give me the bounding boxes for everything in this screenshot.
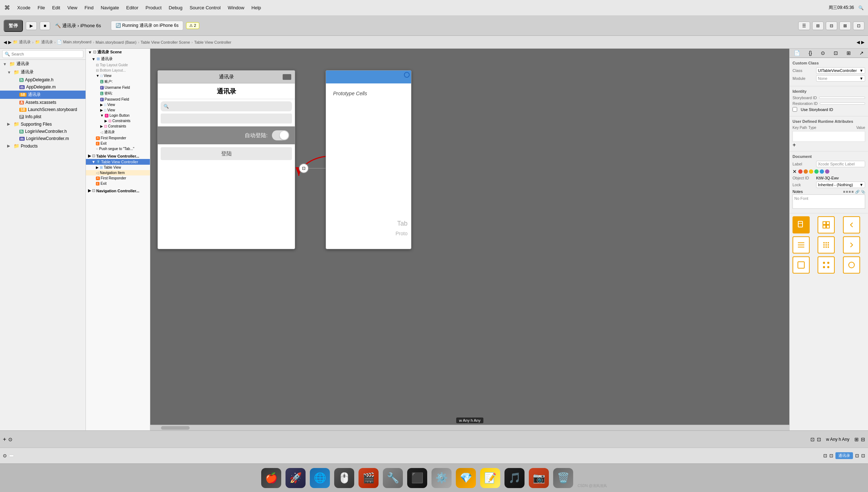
dock-photobooth[interactable]: 📷 <box>529 468 549 488</box>
icon-cell-circles[interactable] <box>818 256 835 274</box>
breadcrumb-group[interactable]: 📁 通讯录 <box>35 39 53 45</box>
scene-exit[interactable]: E Exit <box>86 141 150 146</box>
breadcrumb-nav-prev[interactable]: ◀ <box>857 40 860 45</box>
notes-link-btn[interactable]: 🔗 <box>855 190 859 194</box>
panel-toggle-left[interactable]: ⊡ <box>810 436 815 442</box>
nav-file-assets[interactable]: A Assets.xcassets <box>0 99 86 106</box>
menu-help[interactable]: Help <box>252 5 261 10</box>
dock-safari[interactable]: 🌐 <box>310 468 330 488</box>
notes-align-center[interactable]: ≡ <box>846 190 848 194</box>
scene-view[interactable]: ▼ □ View <box>86 73 150 78</box>
status-layout-btn[interactable]: ⊡ <box>855 453 859 458</box>
icon-cell-grid[interactable] <box>818 216 835 233</box>
dock-mouse[interactable]: 🖱️ <box>334 468 354 488</box>
menu-editor[interactable]: Editor <box>126 5 138 10</box>
zoom-in[interactable]: ⊞ <box>854 436 859 442</box>
scene-vc-ref[interactable]: ◁ 通讯录 <box>86 129 150 135</box>
add-file-button[interactable]: + <box>3 436 6 443</box>
menu-xcode[interactable]: Xcode <box>17 5 30 10</box>
storyboard-canvas[interactable]: 通讯录 通讯录 🔍 自动登陆: <box>150 49 789 430</box>
breadcrumb-scene[interactable]: Table View Controller Scene <box>141 40 190 44</box>
nav-file-loginvc-h[interactable]: h LoginViewController.h <box>0 128 86 135</box>
scene-view2[interactable]: ▶ □ View <box>86 102 150 107</box>
icon-cell-file[interactable] <box>793 216 810 233</box>
color-dot-purple[interactable] <box>825 169 829 174</box>
inspector-toggle[interactable]: ⊞ <box>812 21 824 30</box>
status-search-btn[interactable]: ⊙ <box>3 453 7 458</box>
lock-dropdown[interactable]: Inherited - (Nothing) ▼ <box>816 182 865 188</box>
icon-cell-dots-grid[interactable] <box>818 236 835 254</box>
scene-first-responder[interactable]: R First Responder <box>86 135 150 141</box>
nav-file-launch-screen[interactable]: SB LaunchScreen.storyboard <box>0 106 86 113</box>
menu-file[interactable]: File <box>38 5 45 10</box>
color-remove-btn[interactable]: ✕ <box>793 169 797 174</box>
scene-constraints2[interactable]: ▶ ⊡ Constraints <box>86 124 150 129</box>
doc-label-field[interactable]: Xcode Specific Label <box>816 161 865 167</box>
dock-settings[interactable]: ⚙️ <box>431 468 452 488</box>
scene-tvc-first-responder[interactable]: R First Responder <box>86 175 150 181</box>
nav-file-loginvc-m[interactable]: m LoginViewController.m <box>0 135 86 142</box>
navigator-toggle[interactable]: ☰ <box>798 21 810 30</box>
search-icon[interactable]: 🔍 <box>858 5 864 10</box>
breadcrumb-vc[interactable]: Table View Controller <box>194 40 231 44</box>
auto-login-toggle[interactable] <box>272 130 289 140</box>
scene-table-view[interactable]: ▶ ⊞ Table View <box>86 165 150 170</box>
color-dot-blue[interactable] <box>820 169 824 174</box>
debug-toggle[interactable]: ⊟ <box>826 21 837 30</box>
breadcrumb-forward[interactable]: ▶ <box>8 40 11 45</box>
notes-attachment-btn[interactable]: 📎 <box>861 190 865 194</box>
notes-align-left[interactable]: ≡ <box>843 190 845 194</box>
dock-tools[interactable]: 🔧 <box>383 468 403 488</box>
filter-button[interactable]: ⊙ <box>8 436 13 442</box>
scene-tvc-scene[interactable]: ▶ ⊡ Table View Controller... <box>86 153 150 159</box>
scene-table-vc[interactable]: ▼ T Table View Controller <box>86 159 150 165</box>
nav-root-project[interactable]: ▼ 📁 通讯录 <box>0 60 86 68</box>
scene-view3[interactable]: ▶ □ View <box>86 107 150 113</box>
icon-cell-ring[interactable] <box>843 256 860 274</box>
menu-product[interactable]: Product <box>146 5 162 10</box>
scene-tvc-exit[interactable]: E Exit <box>86 181 150 186</box>
menu-navigate[interactable]: Navigate <box>101 5 119 10</box>
use-storyboard-checkbox[interactable] <box>793 107 797 112</box>
notes-align-right[interactable]: ≡ <box>849 190 851 194</box>
scene-login-button[interactable]: ▼ B Login Button <box>86 113 150 118</box>
status-sort-toggle[interactable]: ⊡ <box>829 453 833 458</box>
nav-file-appdelegate-m[interactable]: m AppDelegate.m <box>0 83 86 91</box>
panel-tab-quick-help[interactable]: {} <box>809 50 812 56</box>
color-dot-red[interactable] <box>798 169 803 174</box>
apple-menu[interactable]: ⌘ <box>4 4 10 11</box>
stop-button[interactable]: ■ <box>40 21 50 30</box>
nav-file-appdelegate-h[interactable]: h AppDelegate.h <box>0 76 86 83</box>
panel-tab-connections[interactable]: ↗ <box>859 50 864 56</box>
scene-nav-ctrl[interactable]: ▶ ⊡ Navigation Controller... <box>86 188 150 194</box>
pause-button[interactable]: 暂停 <box>4 20 23 32</box>
menu-debug[interactable]: Debug <box>169 5 182 10</box>
dock-media[interactable]: 🎵 <box>504 468 525 488</box>
dock-terminal[interactable]: ⬛ <box>407 468 427 488</box>
storyboard-id-field[interactable] <box>819 97 865 99</box>
panel-tab-file[interactable]: 📄 <box>794 50 800 56</box>
breadcrumb-nav-next[interactable]: ▶ <box>861 40 864 45</box>
menu-edit[interactable]: Edit <box>52 5 60 10</box>
module-dropdown[interactable]: None ▼ <box>816 75 865 82</box>
panel-tab-attributes[interactable]: ⊡ <box>834 50 838 56</box>
nav-file-info-plist[interactable]: P Info.plist <box>0 113 86 120</box>
nav-group-tongxunlu[interactable]: ▼ 📁 通讯录 <box>0 68 86 76</box>
color-dot-orange[interactable] <box>804 169 808 174</box>
breadcrumb-storyboard[interactable]: 📄 Main.storyboard <box>57 40 91 44</box>
phone-input-bar[interactable] <box>161 114 292 124</box>
scene-bottom-layout[interactable]: ⊟ Bottom Layout... <box>86 68 150 73</box>
add-attribute-button[interactable]: + <box>793 142 796 148</box>
phone-search-bar[interactable]: 🔍 <box>161 101 292 111</box>
menu-window[interactable]: Window <box>228 5 244 10</box>
breadcrumb-project[interactable]: 📁 通讯录 <box>13 39 31 45</box>
dock-trash[interactable]: 🗑️ <box>553 468 573 488</box>
assistant-toggle[interactable]: ⊡ <box>853 21 864 30</box>
status-zoom-btn[interactable]: ⊡ <box>861 453 865 458</box>
panel-toggle-right[interactable]: ⊡ <box>817 436 821 442</box>
color-dot-green[interactable] <box>814 169 819 174</box>
icon-cell-arrow-right[interactable] <box>843 236 860 254</box>
menu-view[interactable]: View <box>67 5 77 10</box>
dock-notes[interactable]: 📝 <box>480 468 500 488</box>
restoration-id-field[interactable] <box>820 102 865 105</box>
